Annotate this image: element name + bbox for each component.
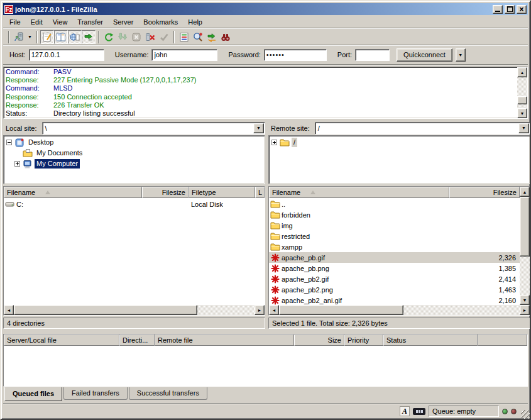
tab-successful-transfers[interactable]: Successful transfers [129, 387, 207, 400]
menu-help[interactable]: Help [183, 17, 207, 27]
column-header-filename[interactable]: Filename [269, 187, 449, 198]
log-scrollbar[interactable]: ▲ ▼ [517, 67, 527, 118]
tree-item-desktop[interactable]: Desktop [4, 137, 265, 148]
scroll-left-icon[interactable]: ◄ [269, 305, 279, 315]
file-row[interactable]: img [269, 220, 520, 231]
scrollbar-thumb[interactable] [279, 305, 403, 315]
cancel-operation-button[interactable] [129, 30, 143, 44]
menu-transfer[interactable]: Transfer [72, 17, 108, 27]
scroll-right-icon[interactable]: ► [255, 305, 265, 315]
toolbar: ▼ [3, 29, 528, 45]
scrollbar-thumb[interactable] [14, 305, 197, 315]
column-header-filetype[interactable]: Filetype [189, 187, 255, 198]
file-row[interactable]: restricted [269, 231, 520, 241]
expand-icon[interactable] [271, 140, 277, 145]
local-list-hscrollbar[interactable]: ◄ ► [4, 305, 265, 315]
scroll-right-icon[interactable]: ► [520, 305, 530, 315]
toggle-message-log-button[interactable] [40, 30, 54, 44]
tab-queued-files[interactable]: Queued files [4, 387, 62, 401]
process-queue-button[interactable] [116, 30, 129, 44]
port-input[interactable] [355, 49, 390, 61]
file-row[interactable]: apache_pb2.gif 2,414 [269, 274, 520, 284]
column-header-filesize[interactable]: Filesize [142, 187, 189, 198]
file-row[interactable]: apache_pb2.png 1,463 [269, 284, 520, 295]
toolbar-separator [173, 31, 175, 43]
menu-bookmarks[interactable]: Bookmarks [138, 17, 183, 27]
column-header-status[interactable]: Status [383, 334, 478, 346]
speed-limit-indicator-icon[interactable] [413, 408, 425, 415]
file-row-c-drive[interactable]: C: Local Disk [4, 199, 265, 209]
refresh-button[interactable] [102, 30, 116, 44]
toggle-transfer-queue-button[interactable] [82, 30, 96, 44]
remote-site-row: Remote site: / ▼ [268, 121, 530, 135]
folder-icon [270, 210, 280, 220]
scrollbar-thumb[interactable] [517, 96, 527, 104]
remote-list-vscrollbar[interactable]: ▲ ▼ [520, 187, 530, 305]
scroll-up-icon[interactable]: ▲ [517, 67, 527, 77]
local-site-combo[interactable]: \ ▼ [42, 122, 265, 135]
password-input[interactable] [264, 49, 327, 61]
scroll-down-icon[interactable]: ▼ [520, 295, 530, 305]
column-header-server-local-file[interactable]: Server/Local file [4, 334, 119, 346]
image-file-icon [270, 253, 280, 263]
column-header-remote-file[interactable]: Remote file [155, 334, 294, 346]
menu-server[interactable]: Server [108, 17, 138, 27]
username-input[interactable] [151, 49, 217, 61]
menu-bar: File Edit View Transfer Server Bookmarks… [3, 16, 528, 28]
remote-site-combo[interactable]: / ▼ [315, 122, 530, 135]
collapse-icon[interactable] [6, 140, 12, 145]
scroll-down-icon[interactable]: ▼ [517, 108, 527, 118]
file-row[interactable]: apache_pb2_ani.gif 2,160 [269, 295, 520, 305]
scroll-left-icon[interactable]: ◄ [4, 305, 14, 315]
maximize-button[interactable] [505, 5, 515, 14]
expand-icon[interactable] [14, 161, 20, 167]
remote-list-hscrollbar[interactable]: ◄ ► [269, 305, 530, 315]
column-header-filename[interactable]: Filename [4, 187, 142, 198]
site-manager-dropdown[interactable]: ▼ [26, 30, 34, 44]
column-header-filesize[interactable]: Filesize [449, 187, 520, 198]
reconnect-icon [159, 32, 169, 42]
quickconnect-button[interactable]: Quickconnect [397, 48, 452, 62]
file-row[interactable]: .. [269, 199, 520, 209]
reconnect-button[interactable] [157, 30, 171, 44]
toggle-remote-tree-button[interactable] [68, 30, 82, 44]
column-header-lastmodified[interactable]: L [255, 187, 265, 198]
column-header-direction[interactable]: Directi... [119, 334, 155, 346]
minimize-icon [495, 11, 500, 12]
quickconnect-dropdown[interactable]: ▼ [456, 48, 466, 62]
file-row[interactable]: xampp [269, 241, 520, 252]
minimize-button[interactable] [493, 5, 503, 14]
resize-grip[interactable] [521, 410, 530, 419]
host-input[interactable] [29, 49, 104, 61]
queue-body[interactable] [4, 346, 527, 386]
tab-failed-transfers[interactable]: Failed transfers [63, 387, 128, 400]
disconnect-button[interactable] [143, 30, 157, 44]
menu-view[interactable]: View [48, 17, 73, 27]
file-row[interactable]: forbidden [269, 209, 520, 220]
column-header-priority[interactable]: Priority [344, 334, 383, 346]
status-led-red-icon [511, 409, 517, 414]
menu-edit[interactable]: Edit [26, 17, 48, 27]
site-manager-button[interactable] [12, 30, 26, 44]
find-files-button[interactable] [219, 30, 233, 44]
file-row[interactable]: apache_pb.png 1,385 [269, 263, 520, 274]
local-pane: Local site: \ ▼ Desktop My Documents My … [3, 121, 265, 330]
refresh-icon [104, 32, 114, 42]
scrollbar-thumb[interactable] [520, 197, 530, 257]
column-header-size[interactable]: Size [294, 334, 344, 346]
file-row-selected[interactable]: apache_pb.gif 2,326 [269, 252, 520, 263]
scroll-up-icon[interactable]: ▲ [520, 187, 530, 197]
filter-button[interactable] [177, 30, 191, 44]
tree-item-my-computer[interactable]: My Computer [4, 158, 265, 169]
tree-item-my-documents[interactable]: My Documents [4, 148, 265, 158]
combo-arrow-icon[interactable]: ▼ [253, 123, 264, 133]
synchronized-browsing-button[interactable] [205, 30, 219, 44]
data-type-indicator-icon[interactable]: A [400, 406, 410, 416]
combo-arrow-icon[interactable]: ▼ [518, 123, 529, 133]
directory-comparison-button[interactable] [191, 30, 205, 44]
toggle-local-tree-button[interactable] [54, 30, 68, 44]
menu-file[interactable]: File [4, 17, 26, 27]
close-button[interactable]: × [517, 5, 527, 14]
transfer-queue-icon [84, 32, 94, 42]
tree-item-root[interactable]: / [269, 137, 530, 148]
